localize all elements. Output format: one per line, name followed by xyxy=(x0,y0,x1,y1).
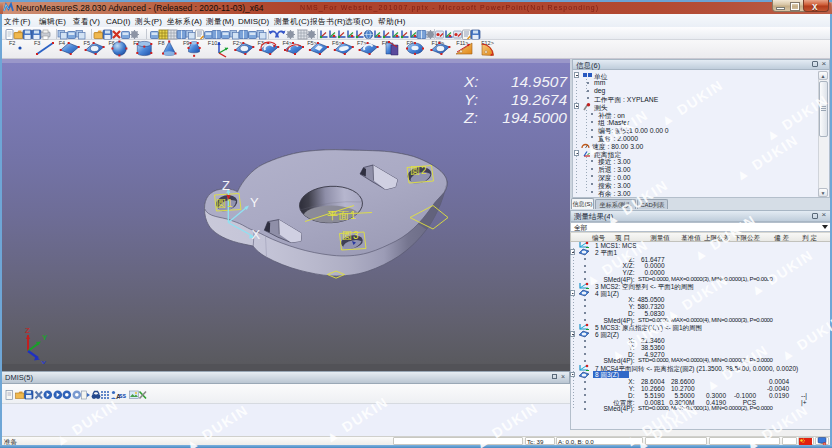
svg-text:Y: Y xyxy=(250,195,259,210)
svg-text:Z: Z xyxy=(222,178,230,193)
svg-text:Y: Y xyxy=(42,333,48,342)
svg-text:圆2: 圆2 xyxy=(410,165,428,176)
svg-text:圆1: 圆1 xyxy=(216,198,234,209)
svg-text:X: X xyxy=(252,227,261,242)
svg-text:平面1: 平面1 xyxy=(327,209,357,221)
svg-text:Z: Z xyxy=(25,326,30,335)
svg-text:圆3: 圆3 xyxy=(342,230,360,241)
